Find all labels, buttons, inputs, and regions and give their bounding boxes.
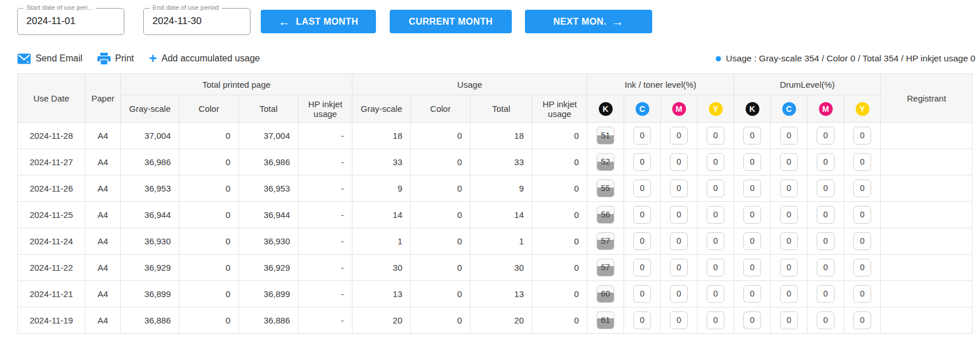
cell-drum-y: 0	[844, 176, 881, 202]
cell-toner-k: 60	[587, 281, 624, 307]
current-month-button[interactable]: CURRENT MONTH	[390, 10, 512, 33]
drum-m-icon: M	[819, 102, 833, 116]
cell-drum-k: 0	[734, 123, 771, 149]
cell-drum-k: 0	[734, 307, 771, 334]
cell-usage-1: 0	[411, 281, 471, 307]
group-header-drum-level: DrumLevel(%)	[734, 74, 881, 95]
cell-toner-c: 0	[624, 202, 661, 228]
cell-drum-m-box: 0	[817, 180, 834, 197]
print-label: Print	[115, 53, 134, 64]
cell-toner-m: 0	[661, 149, 697, 176]
cell-toner-c-box: 0	[633, 206, 651, 224]
cell-drum-c-box: 0	[780, 127, 798, 145]
cell-usage-3: 0	[532, 281, 587, 307]
cell-toner-y-box: 0	[707, 232, 724, 250]
send-email-button[interactable]: Send Email	[17, 53, 83, 64]
cell-printed-1: 0	[179, 123, 239, 149]
cell-usage-0: 14	[352, 202, 411, 228]
col-header-usage-total: Total	[471, 95, 532, 123]
table-row: 2024-11-26A436,953036,953-9090550000000	[18, 176, 973, 202]
cell-toner-k: 52	[587, 149, 624, 176]
start-date-field[interactable]: Start date of use peri...	[17, 8, 124, 35]
toner-k-icon: K	[599, 102, 613, 116]
cell-printed-0: 36,929	[121, 255, 179, 281]
cell-drum-y: 0	[844, 228, 881, 255]
cell-drum-k-box: 0	[743, 285, 761, 303]
cell-printed-3: -	[299, 281, 352, 307]
cell-registrant	[881, 307, 973, 334]
usage-summary: Usage : Gray-scale 354 / Color 0 / Total…	[716, 53, 975, 64]
group-header-ink-toner-level: Ink / toner level(%)	[587, 74, 734, 95]
cell-usage-0: 20	[352, 307, 411, 334]
cell-usage-2: 30	[471, 255, 532, 281]
cell-paper: A4	[85, 307, 121, 334]
cell-toner-c: 0	[624, 228, 661, 255]
cell-registrant	[881, 123, 973, 149]
cell-drum-k-box: 0	[743, 153, 761, 171]
cell-drum-y: 0	[844, 255, 881, 281]
cell-toner-y: 0	[697, 255, 734, 281]
cell-toner-y-box: 0	[707, 285, 724, 303]
cell-usage-3: 0	[532, 123, 587, 149]
cell-drum-c: 0	[771, 176, 807, 202]
add-accumulated-usage-button[interactable]: + Add accumulated usage	[149, 52, 260, 65]
cell-usage-2: 14	[471, 202, 532, 228]
cell-drum-y: 0	[844, 307, 881, 334]
end-date-field[interactable]: End date of use period	[143, 8, 250, 35]
last-month-button[interactable]: ← LAST MONTH	[261, 10, 376, 33]
cell-paper: A4	[85, 202, 121, 228]
cell-registrant	[881, 202, 973, 228]
cell-toner-m: 0	[661, 281, 697, 307]
col-header-printed-gray-scale: Gray-scale	[121, 95, 179, 123]
col-header-toner-m: M	[661, 95, 697, 123]
cell-toner-y: 0	[697, 123, 734, 149]
end-date-input[interactable]	[152, 15, 244, 27]
table-row: 2024-11-22A436,929036,929-30030057000000…	[18, 255, 973, 281]
cell-toner-m-box: 0	[670, 180, 688, 197]
cell-printed-1: 0	[179, 307, 239, 334]
cell-drum-c: 0	[771, 149, 807, 176]
cell-drum-k-box: 0	[743, 127, 761, 145]
cell-drum-c: 0	[771, 281, 807, 307]
cell-usage-2: 1	[471, 228, 532, 255]
cell-drum-c-box: 0	[780, 180, 798, 197]
table-row: 2024-11-24A436,930036,930-1010570000000	[18, 228, 973, 255]
print-button[interactable]: Print	[97, 53, 134, 65]
cell-toner-k: 57	[587, 228, 624, 255]
cell-drum-c: 0	[771, 202, 807, 228]
cell-printed-0: 36,944	[121, 202, 179, 228]
cell-registrant	[881, 228, 973, 255]
cell-printed-1: 0	[179, 228, 239, 255]
current-month-label: CURRENT MONTH	[409, 17, 493, 27]
cell-toner-c-box: 0	[633, 153, 651, 171]
cell-drum-m-box: 0	[817, 206, 834, 224]
cell-paper: A4	[85, 149, 121, 176]
cell-usage-1: 0	[411, 202, 471, 228]
start-date-input[interactable]	[26, 15, 118, 27]
cell-usage-1: 0	[411, 176, 471, 202]
cell-drum-m-box: 0	[817, 232, 834, 250]
cell-usage-1: 0	[411, 228, 471, 255]
cell-usage-2: 13	[471, 281, 532, 307]
cell-toner-c-box: 0	[633, 127, 651, 145]
table-body: 2024-11-28A437,004037,004-18018051000000…	[18, 123, 973, 334]
drum-c-icon: C	[782, 102, 796, 116]
cell-printed-2: 36,930	[239, 228, 299, 255]
table-row: 2024-11-25A436,944036,944-14014056000000…	[18, 202, 973, 228]
cell-toner-c: 0	[624, 281, 661, 307]
toner-m-icon: M	[672, 102, 686, 116]
send-email-label: Send Email	[36, 53, 83, 64]
cell-drum-y-box: 0	[853, 285, 871, 303]
cell-drum-c-box: 0	[780, 232, 798, 250]
cell-toner-m-box: 0	[670, 153, 688, 171]
cell-drum-k: 0	[734, 281, 771, 307]
start-date-label: Start date of use peri...	[23, 4, 96, 11]
cell-drum-y: 0	[844, 123, 881, 149]
cell-toner-c: 0	[624, 255, 661, 281]
cell-drum-y-box: 0	[853, 311, 871, 329]
cell-toner-k-box: 52	[597, 153, 614, 171]
drum-y-icon: Y	[856, 102, 869, 116]
next-month-button[interactable]: NEXT MON. →	[525, 10, 652, 33]
cell-printed-0: 36,886	[121, 307, 179, 334]
cell-usage-2: 9	[471, 176, 532, 202]
